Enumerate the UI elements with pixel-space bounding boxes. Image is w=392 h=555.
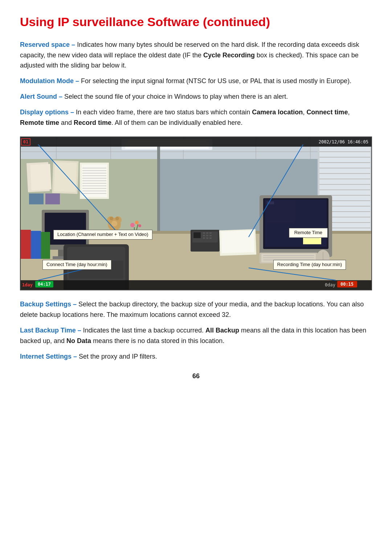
- svg-rect-84: [203, 235, 205, 236]
- svg-rect-111: [31, 231, 41, 259]
- modulation-mode-term: Modulation Mode –: [20, 77, 79, 85]
- svg-point-94: [115, 217, 119, 220]
- camera-frame: 01 2002/12/06 16:46:05 1day 04:17 0day 0…: [20, 136, 372, 290]
- camera-scene: 01 2002/12/06 16:46:05 1day 04:17 0day 0…: [21, 137, 371, 290]
- all-backup-bold: All Backup: [205, 327, 239, 334]
- svg-text:2002/12/06  16:46:05: 2002/12/06 16:46:05: [319, 139, 368, 144]
- svg-point-97: [135, 221, 139, 224]
- svg-rect-82: [206, 232, 208, 234]
- alert-sound-body: Select the sound file of your choice in …: [64, 93, 288, 100]
- svg-rect-41: [29, 193, 44, 204]
- connect-time-bold: Connect time: [306, 109, 348, 116]
- last-backup-time-paragraph: Last Backup Time – Indicates the last ti…: [20, 325, 372, 346]
- svg-rect-87: [203, 237, 205, 239]
- recording-time-callout-box: Recording Time (day hour:min): [273, 260, 346, 270]
- page-title: Using IP surveillance Software (continue…: [20, 15, 372, 29]
- recording-time-callout-text: Recording Time (day hour:min): [277, 262, 342, 267]
- svg-text:00:15: 00:15: [340, 282, 354, 287]
- backup-settings-term: Backup Settings –: [20, 301, 77, 308]
- svg-rect-102: [221, 230, 254, 253]
- last-backup-time-term: Last Backup Time –: [20, 327, 81, 334]
- location-callout-box: Location (Channel number + Text on Video…: [53, 230, 152, 240]
- remote-time-bold: Remote time: [20, 119, 59, 126]
- internet-settings-term: Internet Settings –: [20, 353, 77, 360]
- page-number: 66: [20, 372, 372, 380]
- svg-rect-89: [209, 237, 212, 239]
- alert-sound-paragraph: Alert Sound – Select the sound file of y…: [20, 91, 372, 102]
- svg-text:01: 01: [23, 139, 28, 144]
- svg-rect-68: [45, 213, 86, 245]
- svg-point-95: [111, 221, 117, 227]
- svg-text:0day: 0day: [325, 282, 335, 287]
- remote-time-callout-text: Remote Time: [294, 230, 322, 235]
- display-options-paragraph: Display options – In each video frame, t…: [20, 107, 372, 128]
- svg-rect-40: [54, 162, 77, 192]
- location-callout-text: Location (Channel number + Text on Video…: [57, 232, 148, 237]
- svg-text:1day: 1day: [22, 282, 33, 287]
- internet-settings-paragraph: Internet Settings – Set the proxy and IP…: [20, 351, 372, 362]
- record-time-bold: Record time: [74, 119, 111, 126]
- svg-rect-88: [206, 237, 208, 239]
- modulation-mode-paragraph: Modulation Mode – For selecting the inpu…: [20, 76, 372, 86]
- modulation-mode-body: For selecting the input signal format (N…: [81, 77, 351, 85]
- svg-rect-110: [21, 230, 31, 259]
- display-options-term: Display options –: [20, 109, 74, 116]
- reserved-space-term: Reserved space –: [20, 41, 75, 48]
- svg-rect-42: [45, 193, 60, 204]
- remote-time-callout-box: Remote Time: [289, 228, 328, 238]
- svg-point-98: [138, 224, 141, 227]
- cycle-recording-bold: Cycle Recording: [203, 52, 255, 59]
- svg-rect-86: [209, 235, 212, 236]
- svg-rect-117: [21, 280, 371, 290]
- svg-rect-38: [30, 164, 52, 191]
- reserved-space-paragraph: Reserved space – Indicates how many byte…: [20, 40, 372, 71]
- camera-location-bold: Camera location: [252, 109, 303, 116]
- svg-rect-85: [206, 235, 208, 236]
- alert-sound-term: Alert Sound –: [20, 93, 62, 100]
- page-number-value: 66: [192, 372, 200, 380]
- svg-text:04:17: 04:17: [38, 282, 51, 287]
- backup-settings-paragraph: Backup Settings – Select the backup dire…: [20, 299, 372, 320]
- svg-rect-80: [193, 232, 201, 238]
- svg-point-93: [110, 217, 113, 220]
- connect-time-callout-box: Connect Time (day hour:min): [42, 260, 111, 270]
- connect-time-callout-text: Connect Time (day hour:min): [46, 262, 107, 267]
- internet-settings-body: Set the proxy and IP filters.: [79, 353, 157, 360]
- svg-rect-81: [203, 232, 205, 234]
- svg-point-96: [130, 223, 135, 227]
- svg-rect-83: [209, 232, 212, 234]
- svg-rect-112: [41, 232, 50, 259]
- no-data-bold: No Data: [66, 337, 91, 344]
